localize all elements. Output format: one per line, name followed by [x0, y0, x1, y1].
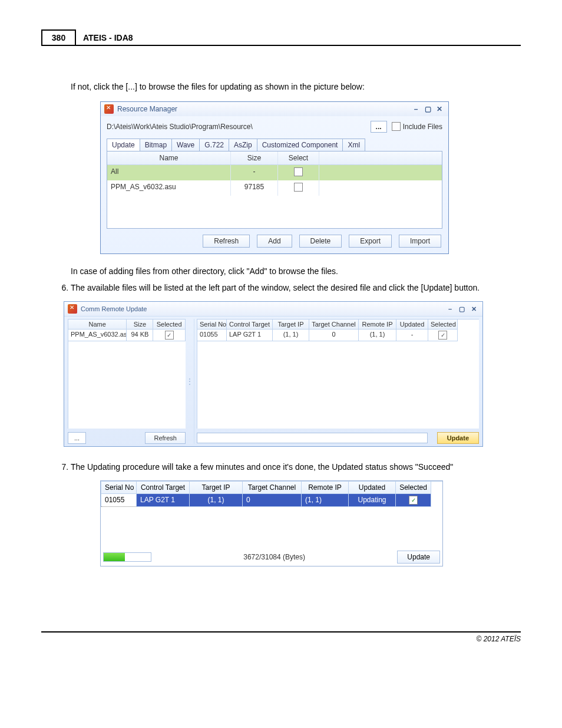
cell-name: All [107, 165, 231, 180]
resource-manager-window: Resource Manager – ▢ ✕ D:\Ateis\Work\Ate… [100, 101, 449, 254]
maximize-button[interactable]: ▢ [457, 305, 467, 313]
col-name: Name [107, 151, 231, 164]
col-target-ip: Target IP [273, 319, 309, 330]
tab-wave[interactable]: Wave [171, 139, 200, 151]
titlebar: Comm Remote Update – ▢ ✕ [64, 302, 482, 317]
browse-button[interactable]: ... [371, 121, 387, 133]
cell-target-channel: 0 [243, 494, 302, 507]
cell-name: PPM_AS_v6032.asu [107, 180, 231, 196]
cell-remote-ip: (1, 1) [302, 494, 349, 507]
col-selected: Selected [153, 319, 186, 330]
cell-target-channel: 0 [309, 330, 359, 341]
checkbox-icon[interactable] [294, 183, 303, 192]
import-button[interactable]: Import [399, 235, 441, 248]
cell-control-target: LAP G2T 1 [137, 494, 190, 507]
add-button[interactable]: Add [257, 235, 292, 248]
col-control-target: Control Target [227, 319, 273, 330]
cell-target-ip: (1, 1) [190, 494, 243, 507]
cell-selected[interactable]: ✓ [428, 330, 458, 341]
col-selected: Selected [396, 482, 431, 494]
cell-target-ip: (1, 1) [273, 330, 309, 341]
grid-header: Name Size Select [107, 151, 442, 165]
col-control-target: Control Target [137, 482, 190, 494]
checkbox-checked-icon[interactable]: ✓ [438, 331, 447, 340]
export-button[interactable]: Export [349, 235, 392, 248]
refresh-button[interactable]: Refresh [203, 235, 250, 248]
col-target-channel: Target Channel [243, 482, 302, 494]
resource-path: D:\Ateis\Work\Ateis Studio\Program\Resou… [107, 123, 366, 131]
cell-select[interactable] [278, 165, 319, 180]
tab-xml[interactable]: Xml [342, 139, 365, 151]
right-row[interactable]: 01055 LAP G2T 1 (1, 1) 0 (1, 1) - ✓ [197, 330, 479, 341]
left-row[interactable]: PPM_AS_v6032.asu 94 KB ✓ [68, 330, 186, 341]
resource-grid: Name Size Select All - PPM_AS_v6032.asu … [107, 151, 442, 229]
browse-ellipsis-button[interactable]: ... [68, 432, 86, 444]
button-row: Refresh Add Delete Export Import [101, 229, 448, 253]
tab-bitmap[interactable]: Bitmap [140, 139, 172, 151]
cell-remote-ip: (1, 1) [359, 330, 396, 341]
page-number: 380 [41, 29, 76, 45]
checkbox-checked-icon[interactable]: ✓ [409, 496, 418, 505]
window-title: Resource Manager [117, 105, 409, 113]
refresh-button[interactable]: Refresh [145, 432, 186, 444]
minimize-button[interactable]: – [411, 105, 421, 113]
left-pane: Name Size Selected PPM_AS_v6032.asu 94 K… [68, 319, 186, 444]
status-row[interactable]: 01055 LAP G2T 1 (1, 1) 0 (1, 1) Updating… [101, 494, 442, 507]
tab-customized-component[interactable]: Customized Component [257, 139, 343, 151]
splitter[interactable] [188, 319, 191, 444]
update-button[interactable]: Update [437, 432, 479, 444]
cell-serial: 01055 [197, 330, 227, 341]
checkbox-icon[interactable] [294, 167, 303, 176]
cell-size: - [231, 165, 278, 180]
cell-select[interactable] [278, 180, 319, 196]
progress-fill [104, 553, 125, 561]
close-button[interactable]: ✕ [468, 305, 479, 313]
tab-g722[interactable]: G.722 [199, 139, 229, 151]
right-pane: Serial No Control Target Target IP Targe… [194, 319, 479, 444]
cell-control-target: LAP G2T 1 [227, 330, 273, 341]
page-footer: © 2012 ATEÏS [41, 631, 521, 643]
close-button[interactable]: ✕ [434, 105, 445, 113]
col-remote-ip: Remote IP [302, 482, 349, 494]
tab-aszip[interactable]: AsZip [229, 139, 257, 151]
col-size: Size [127, 319, 153, 330]
tab-update[interactable]: Update [107, 139, 140, 151]
col-name: Name [68, 319, 127, 330]
col-remote-ip: Remote IP [359, 319, 396, 330]
progress-bar [103, 552, 151, 562]
col-updated: Updated [349, 482, 396, 494]
cell-selected[interactable]: ✓ [153, 330, 186, 341]
header-title: ATEIS - IDA8 [76, 29, 521, 45]
list-item-6: The available files will be listed at th… [71, 282, 521, 294]
cell-name: PPM_AS_v6032.asu [68, 330, 127, 341]
progress-bar [197, 433, 428, 443]
right-grid: Serial No Control Target Target IP Targe… [197, 319, 479, 429]
grid-row[interactable]: PPM_AS_v6032.asu 97185 [107, 180, 442, 196]
app-icon [68, 304, 77, 314]
col-target-channel: Target Channel [309, 319, 359, 330]
col-serial: Serial No [101, 482, 137, 494]
cell-selected[interactable]: ✓ [396, 494, 431, 507]
window-title: Comm Remote Update [81, 305, 444, 312]
col-serial: Serial No [197, 319, 227, 330]
progress-bytes: 3672/31084 (Bytes) [156, 553, 392, 561]
include-files-checkbox[interactable] [392, 122, 401, 131]
updating-status-panel: Serial No Control Target Target IP Targe… [100, 480, 443, 566]
col-updated: Updated [396, 319, 428, 330]
update-button[interactable]: Update [397, 551, 440, 564]
checkbox-checked-icon[interactable]: ✓ [165, 331, 174, 340]
minimize-button[interactable]: – [445, 305, 455, 312]
tabs: Update Bitmap Wave G.722 AsZip Customize… [107, 139, 442, 151]
cell-updated-status: Updating [349, 494, 396, 507]
col-size: Size [231, 151, 278, 164]
include-files-option[interactable]: Include Files [392, 122, 442, 131]
cell-size: 94 KB [127, 330, 153, 341]
cell-size: 97185 [231, 180, 278, 196]
grid-row-all[interactable]: All - [107, 165, 442, 180]
titlebar: Resource Manager – ▢ ✕ [101, 102, 448, 116]
delete-button[interactable]: Delete [299, 235, 342, 248]
app-icon [104, 104, 114, 114]
col-select: Select [278, 151, 319, 164]
page-header: 380 ATEIS - IDA8 [41, 29, 521, 46]
maximize-button[interactable]: ▢ [422, 105, 433, 113]
